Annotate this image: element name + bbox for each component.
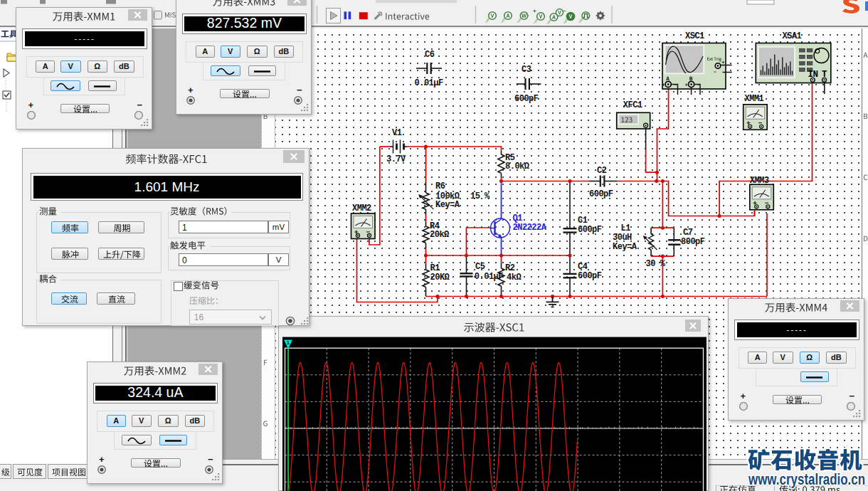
svg-text:20kΩ: 20kΩ [430, 230, 449, 240]
svg-text:C1: C1 [578, 216, 588, 226]
svg-text:600pF: 600pF [589, 189, 613, 199]
svg-text:C7: C7 [683, 228, 693, 238]
svg-text:XSA1: XSA1 [783, 31, 802, 41]
svg-text:600pF: 600pF [514, 94, 539, 104]
svg-text:30uH: 30uH [613, 233, 632, 243]
svg-text:www.crystalradio.cn: www.crystalradio.cn [748, 470, 865, 488]
svg-text:C5: C5 [475, 262, 485, 272]
svg-text:2N2222A: 2N2222A [513, 223, 547, 233]
svg-text:0.01µF: 0.01µF [475, 272, 504, 282]
svg-text:20KΩ: 20KΩ [430, 273, 450, 283]
svg-text:4kΩ: 4kΩ [507, 273, 521, 283]
svg-text:R1: R1 [430, 263, 440, 273]
svg-text:C6: C6 [425, 50, 435, 60]
svg-text:XMM1: XMM1 [745, 94, 764, 104]
svg-text:Key=A: Key=A [613, 242, 637, 252]
svg-text:1: 1 [287, 340, 290, 345]
svg-text:600pF: 600pF [578, 271, 602, 281]
svg-text:L1: L1 [621, 223, 631, 233]
svg-text:XMM2: XMM2 [352, 204, 371, 213]
svg-text:XFC1: XFC1 [623, 100, 642, 110]
svg-text:600pF: 600pF [578, 225, 602, 235]
svg-text:30 %: 30 % [646, 259, 666, 269]
svg-text:3.7V: 3.7V [386, 154, 406, 164]
svg-text:0.01µF: 0.01µF [415, 78, 444, 88]
svg-text:XMM3: XMM3 [750, 176, 769, 186]
svg-text:V1: V1 [392, 128, 402, 138]
svg-text:R6: R6 [435, 181, 445, 191]
svg-text:8.0kΩ: 8.0kΩ [505, 162, 529, 171]
svg-text:C3: C3 [522, 65, 531, 75]
svg-text:15 %: 15 % [470, 191, 490, 201]
svg-text:XSC1: XSC1 [685, 31, 704, 41]
svg-text:800pF: 800pF [681, 237, 705, 247]
svg-text:Q1: Q1 [513, 213, 523, 223]
svg-text:Key=A: Key=A [435, 200, 460, 210]
svg-text:C2: C2 [597, 166, 607, 176]
svg-text:R2: R2 [505, 263, 515, 273]
